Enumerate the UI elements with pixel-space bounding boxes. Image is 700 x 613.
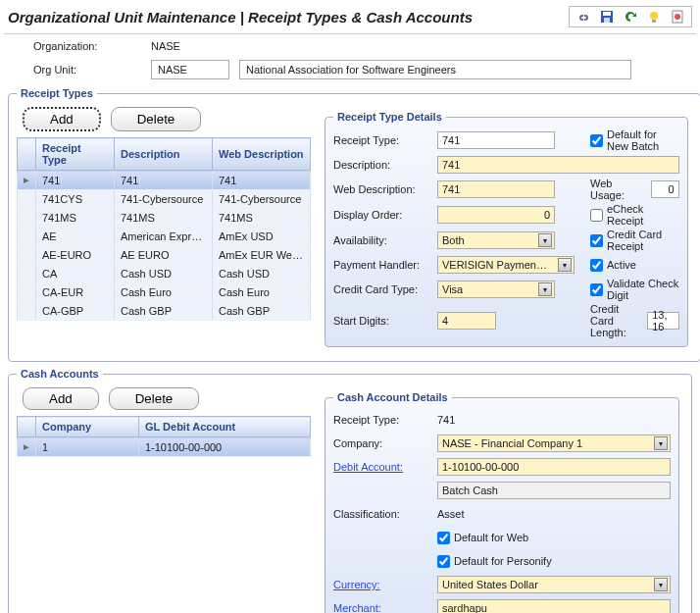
web-description-field[interactable]: 741 — [437, 180, 555, 198]
lbl-cc-length: Credit Card Length: — [590, 303, 643, 338]
org-unit-code-input[interactable]: NASE — [151, 60, 229, 79]
org-unit-name-input[interactable]: National Association for Software Engine… — [239, 60, 631, 79]
active-checkbox[interactable] — [590, 259, 603, 272]
receipt-types-grid[interactable]: Receipt Type Description Web Description… — [17, 137, 311, 321]
receipt-types-panel: Receipt Types Add Delete Receipt Type De… — [8, 87, 700, 362]
lbl-currency[interactable]: Currency: — [333, 579, 431, 590]
cash-accounts-left: Add Delete Company GL Debit Account ▸11-… — [17, 385, 311, 613]
chevron-down-icon: ▾ — [558, 258, 572, 272]
organization-label: Organization: — [33, 40, 141, 52]
currency-select[interactable]: United States Dollar▾ — [437, 576, 671, 593]
delete-receipt-type-button[interactable]: Delete — [111, 107, 202, 131]
display-order-field[interactable]: 0 — [437, 206, 555, 224]
col-web-description[interactable]: Web Description — [213, 138, 311, 171]
page-title: Organizational Unit Maintenance | Receip… — [8, 9, 473, 26]
credit-card-receipt-checkbox[interactable] — [590, 234, 603, 247]
organization-row: Organization: NASE — [4, 34, 696, 54]
chevron-down-icon: ▾ — [654, 436, 668, 450]
receipt-types-legend: Receipt Types — [17, 87, 97, 99]
lbl-start-digits: Start Digits: — [333, 315, 431, 327]
col-gl-debit[interactable]: GL Debit Account — [138, 417, 310, 437]
receipt-type-details-panel: Receipt Type Details Receipt Type: 741 D… — [325, 111, 688, 347]
chevron-down-icon: ▾ — [538, 282, 552, 296]
table-row[interactable]: ▸11-10100-00-000 — [18, 437, 311, 457]
chevron-down-icon: ▾ — [538, 233, 552, 247]
cash-account-details-panel: Cash Account Details Receipt Type: 741 C… — [325, 391, 679, 613]
lbl-ca-company: Company: — [333, 437, 431, 449]
description-field[interactable]: 741 — [437, 156, 679, 174]
table-row[interactable]: 741MS741MS741MS — [18, 209, 311, 228]
svg-rect-1 — [603, 12, 611, 16]
classification-value: Asset — [437, 508, 671, 520]
svg-point-3 — [650, 12, 658, 20]
credit-card-type-select[interactable]: Visa▾ — [437, 281, 555, 298]
web-usage-field[interactable]: 0 — [651, 180, 679, 198]
save-icon[interactable] — [599, 9, 615, 25]
chevron-down-icon: ▾ — [654, 578, 668, 591]
batch-cash-field: Batch Cash — [437, 482, 671, 499]
cc-length-field[interactable]: 13, 16 — [647, 312, 679, 330]
lbl-classification: Classification: — [333, 508, 431, 520]
lbl-ca-receipt-type: Receipt Type: — [333, 414, 431, 426]
add-cash-account-button[interactable]: Add — [23, 387, 99, 410]
lbl-receipt-type: Receipt Type: — [333, 134, 431, 146]
table-row[interactable]: AEAmerican ExpressAmEx USD — [18, 228, 311, 246]
lbl-web-usage: Web Usage: — [590, 178, 647, 201]
ca-company-select[interactable]: NASE - Financial Company 1▾ — [437, 434, 671, 452]
report-icon[interactable] — [670, 9, 685, 25]
validate-check-digit-checkbox[interactable] — [590, 283, 603, 296]
table-row[interactable]: AE-EUROAE EUROAmEx EUR Web (V — [18, 246, 311, 265]
availability-select[interactable]: Both▾ — [437, 231, 555, 249]
org-unit-label: Org Unit: — [33, 64, 141, 76]
lbl-web-description: Web Description: — [333, 183, 431, 195]
table-row[interactable]: CA-GBPCash GBPCash GBP — [18, 302, 311, 321]
default-new-batch-checkbox[interactable] — [590, 134, 603, 147]
receipt-types-left: Add Delete Receipt Type Description Web … — [17, 105, 311, 353]
table-row[interactable]: CA-EURCash EuroCash Euro — [18, 283, 311, 302]
lbl-merchant[interactable]: Merchant: — [333, 602, 431, 613]
cash-accounts-legend: Cash Accounts — [17, 368, 103, 380]
receipt-type-field[interactable]: 741 — [437, 131, 555, 149]
table-row[interactable]: ▸741741741 — [18, 171, 311, 190]
col-receipt-type[interactable]: Receipt Type — [36, 138, 115, 171]
lbl-debit-account[interactable]: Debit Account: — [333, 461, 431, 473]
cash-accounts-buttonbar: Add Delete — [17, 385, 311, 416]
lbl-availability: Availability: — [333, 234, 431, 246]
start-digits-field[interactable]: 4 — [437, 312, 496, 330]
col-company[interactable]: Company — [36, 417, 139, 437]
merchant-field[interactable]: sardhapu — [437, 599, 671, 613]
ca-receipt-type-value: 741 — [437, 414, 671, 426]
cash-accounts-grid[interactable]: Company GL Debit Account ▸11-10100-00-00… — [17, 416, 311, 457]
receipt-types-buttonbar: Add Delete — [17, 105, 311, 137]
lbl-display-order: Display Order: — [333, 209, 431, 221]
cash-accounts-panel: Cash Accounts Add Delete Company GL Debi… — [8, 368, 692, 613]
default-personify-checkbox[interactable] — [437, 555, 450, 568]
link-icon[interactable] — [575, 9, 591, 25]
page-toolbar — [569, 6, 692, 27]
table-row[interactable]: CACash USDCash USD — [18, 265, 311, 283]
organization-value: NASE — [151, 40, 180, 52]
default-web-checkbox[interactable] — [437, 532, 450, 544]
echeck-checkbox[interactable] — [590, 209, 603, 222]
debit-account-field[interactable]: 1-10100-00-000 — [437, 458, 671, 476]
svg-point-6 — [675, 14, 680, 20]
payment-handler-select[interactable]: VERISIGN Payment Handle▾ — [437, 256, 575, 274]
delete-cash-account-button[interactable]: Delete — [109, 387, 200, 410]
cash-account-details-legend: Cash Account Details — [333, 391, 452, 403]
refresh-icon[interactable] — [623, 9, 638, 25]
lightbulb-icon[interactable] — [646, 9, 662, 25]
table-row[interactable]: 741CYS741-Cybersource741-Cybersource — [18, 190, 311, 209]
add-receipt-type-button[interactable]: Add — [23, 107, 101, 131]
receipt-type-details-legend: Receipt Type Details — [333, 111, 446, 123]
svg-rect-4 — [652, 20, 656, 23]
title-bar: Organizational Unit Maintenance | Receip… — [4, 4, 696, 34]
org-unit-row: Org Unit: NASE National Association for … — [4, 54, 696, 81]
col-description[interactable]: Description — [115, 138, 213, 171]
lbl-credit-card-type: Credit Card Type: — [333, 283, 431, 295]
lbl-description: Description: — [333, 159, 431, 171]
svg-rect-2 — [604, 18, 610, 23]
lbl-payment-handler: Payment Handler: — [333, 259, 431, 271]
